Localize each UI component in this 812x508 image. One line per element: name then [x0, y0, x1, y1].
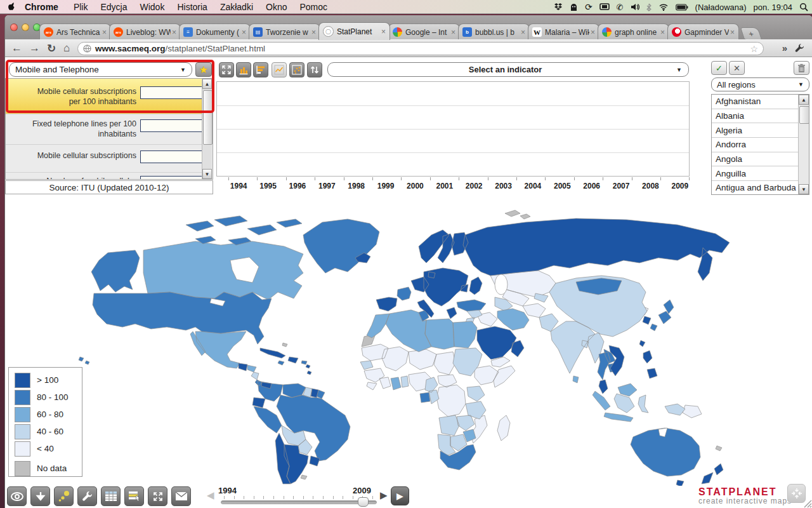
time-series-chart[interactable]	[216, 81, 690, 177]
menu-historia[interactable]: Historia	[171, 2, 213, 12]
tab-google[interactable]: Google – Int ×	[388, 23, 460, 40]
settings-button[interactable]	[77, 486, 97, 506]
indicator-item[interactable]: Fixed telephone lines per 100 inhabitant…	[6, 114, 204, 145]
indicator-value-input[interactable]	[140, 150, 206, 163]
tab-statplanet-active[interactable]: ◯ StatPlanet ×	[318, 22, 390, 40]
data-table-button[interactable]	[101, 486, 121, 506]
indicator-value-input[interactable]	[140, 86, 206, 99]
select-indicators-button[interactable]	[124, 486, 144, 506]
tab-dokumenty[interactable]: ≡ Dokumenty ( ×	[179, 23, 251, 40]
menu-plik[interactable]: Plik	[67, 2, 95, 12]
tab-close-icon[interactable]: ×	[591, 28, 595, 37]
email-button[interactable]	[171, 486, 191, 506]
tab-gapminder[interactable]: Gapminder V ×	[667, 23, 739, 40]
list-item[interactable]: Anguilla	[712, 166, 809, 181]
play-button[interactable]: ▶	[391, 486, 409, 505]
wifi-icon[interactable]	[658, 3, 669, 11]
menu-pomoc[interactable]: Pomoc	[293, 2, 334, 12]
dropbox-icon[interactable]	[554, 3, 563, 11]
scroll-up-button[interactable]: ▲	[799, 95, 809, 105]
tab-close-icon[interactable]: ×	[730, 28, 735, 37]
download-button[interactable]	[30, 486, 50, 506]
window-minimize-button[interactable]	[22, 23, 29, 31]
fullscreen-button[interactable]	[148, 486, 167, 506]
bookmark-star-icon[interactable]: ☆	[750, 44, 758, 54]
map-options-button[interactable]	[7, 486, 27, 506]
timeline-next-button[interactable]: ▶	[380, 490, 388, 501]
address-bar[interactable]: www.sacmeq.org/statplanet/StatPlanet.htm…	[77, 42, 764, 55]
clear-button[interactable]	[794, 61, 809, 75]
world-choropleth-map[interactable]	[5, 197, 811, 486]
forward-button[interactable]: →	[29, 42, 40, 55]
line-chart-button-active[interactable]	[272, 62, 287, 77]
indicator-scrollbar[interactable]: ▲ ▼	[202, 79, 212, 179]
indicator-value-input[interactable]	[140, 176, 206, 180]
phone-icon[interactable]: ✆	[617, 3, 624, 12]
list-item[interactable]: Afghanistan	[712, 95, 809, 109]
tab-close-icon[interactable]: ×	[521, 28, 525, 37]
back-button[interactable]: ←	[11, 42, 22, 55]
indicator-select-dropdown[interactable]: Select an indicator ▼	[327, 62, 689, 77]
sort-button[interactable]	[307, 62, 322, 77]
scroll-up-button[interactable]: ▲	[202, 79, 212, 89]
list-item[interactable]: Algeria	[712, 123, 809, 138]
tab-ars-technica[interactable]: ars Ars Technica ×	[39, 23, 111, 40]
timeline-slider-track[interactable]	[221, 500, 377, 504]
timeline-prev-button[interactable]: ◀	[207, 490, 214, 501]
scroll-down-button[interactable]: ▼	[202, 169, 212, 179]
indicator-item-selected[interactable]: Mobile cellular subscriptions per 100 in…	[6, 79, 204, 114]
category-dropdown[interactable]: Mobile and Telephone ▼	[9, 62, 192, 77]
scrollbar-thumb[interactable]	[799, 106, 809, 124]
tab-close-icon[interactable]: ×	[660, 28, 665, 37]
favorites-button[interactable]: ★	[195, 62, 212, 77]
app-status-icon[interactable]	[570, 3, 578, 11]
menu-edycja[interactable]: Edycja	[94, 2, 133, 12]
scroll-down-button[interactable]: ▼	[799, 184, 809, 194]
display-icon[interactable]	[599, 3, 610, 11]
fullscreen-chart-button[interactable]	[219, 62, 234, 77]
tab-close-icon[interactable]: ×	[381, 27, 386, 36]
tab-bubbl-us[interactable]: b bubbl.us | b ×	[458, 23, 530, 40]
wrench-menu-button[interactable]	[794, 43, 805, 53]
home-button[interactable]: ⌂	[63, 42, 70, 55]
menu-zakladki[interactable]: Zakładki	[214, 2, 259, 12]
country-list-scrollbar[interactable]: ▲ ▼	[798, 95, 809, 194]
reload-button[interactable]: ↻	[47, 42, 56, 55]
timeline-slider-handle[interactable]	[358, 497, 369, 507]
bubble-map-button[interactable]	[54, 486, 74, 506]
tab-close-icon[interactable]: ×	[451, 28, 455, 37]
tab-liveblog[interactable]: ars Liveblog: WW ×	[109, 23, 181, 40]
tab-close-icon[interactable]: ×	[172, 28, 176, 37]
resize-handle[interactable]	[802, 498, 812, 508]
list-item[interactable]: Albania	[712, 109, 809, 124]
scrollbar-thumb[interactable]	[203, 90, 213, 145]
regions-dropdown[interactable]: All regions ▼	[711, 77, 809, 91]
menu-okno[interactable]: Okno	[259, 2, 293, 12]
indicator-value-input[interactable]	[140, 119, 206, 132]
sync-icon[interactable]: ⟳	[585, 2, 593, 12]
apple-logo-icon[interactable]	[8, 2, 16, 11]
tab-close-icon[interactable]: ×	[102, 28, 107, 37]
list-item[interactable]: Antigua and Barbuda	[712, 181, 809, 195]
battery-icon[interactable]	[676, 4, 688, 11]
list-item[interactable]: Andorra	[712, 138, 809, 152]
horizontal-bar-chart-button[interactable]	[253, 62, 268, 77]
bar-chart-button[interactable]	[236, 62, 251, 77]
tab-close-icon[interactable]: ×	[242, 28, 246, 37]
list-item[interactable]: Angola	[712, 152, 809, 167]
tab-tworzenie[interactable]: ▤ Tworzenie w ×	[249, 23, 320, 40]
spotlight-search-icon[interactable]	[799, 3, 808, 11]
menubar-clock[interactable]: pon. 19:04	[754, 3, 792, 12]
menu-chrome[interactable]: Chrome	[18, 2, 67, 12]
scatter-plot-button[interactable]	[289, 62, 304, 77]
window-close-button[interactable]	[10, 23, 18, 31]
indicator-item[interactable]: Mobile cellular subscriptions	[6, 144, 204, 173]
tab-close-icon[interactable]: ×	[311, 28, 316, 37]
menu-widok[interactable]: Widok	[134, 2, 171, 12]
bluetooth-icon[interactable]	[646, 3, 652, 11]
indicator-item-clipped[interactable]: Number of mobile cellular	[6, 172, 204, 180]
new-tab-button[interactable]: +	[740, 27, 762, 40]
extensions-overflow-button[interactable]: »	[782, 43, 787, 53]
volume-icon[interactable]	[631, 3, 639, 11]
deselect-all-button[interactable]: ✕	[729, 61, 745, 75]
